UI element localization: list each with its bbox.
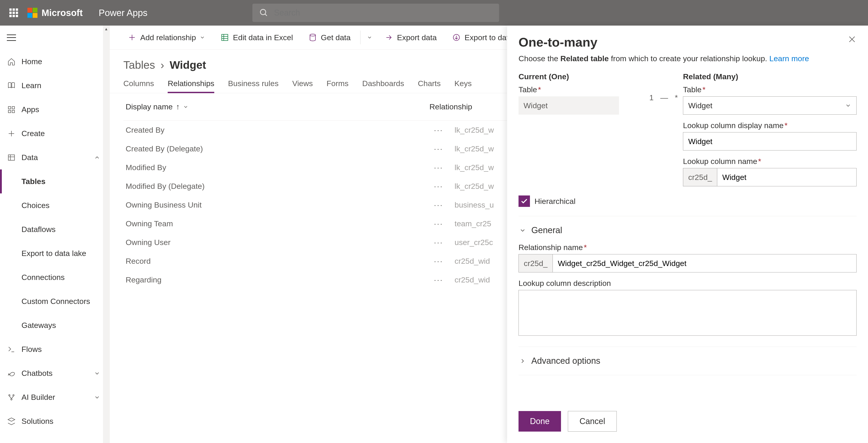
lookup-display-input[interactable]	[683, 132, 857, 151]
global-search[interactable]	[252, 4, 499, 22]
nav-label: Choices	[22, 201, 50, 210]
tab-dashboards[interactable]: Dashboards	[362, 79, 404, 93]
separator	[360, 31, 361, 44]
breadcrumb-parent[interactable]: Tables	[123, 59, 155, 71]
nav-label: Flows	[22, 345, 42, 354]
svg-rect-3	[12, 106, 14, 109]
row-context-menu[interactable]: ···	[429, 238, 448, 247]
nav-create[interactable]: Create	[0, 122, 110, 146]
scroll-up-icon[interactable]: ▴	[103, 26, 110, 32]
nav-label: Connections	[22, 273, 65, 282]
row-context-menu[interactable]: ···	[429, 126, 448, 134]
cmd-add-relationship[interactable]: Add relationship	[121, 26, 212, 50]
nav-connections[interactable]: Connections	[0, 265, 110, 289]
tab-charts[interactable]: Charts	[418, 79, 441, 93]
nav-collapse-button[interactable]	[0, 26, 110, 50]
chevron-down-icon	[199, 35, 205, 40]
chevron-right-icon	[519, 357, 527, 365]
svg-point-13	[11, 399, 12, 400]
svg-point-0	[260, 9, 266, 14]
col-display-name[interactable]: Display name ↑	[123, 102, 429, 111]
svg-rect-5	[12, 110, 14, 113]
svg-marker-16	[8, 418, 15, 421]
row-context-menu[interactable]: ···	[429, 275, 448, 284]
tab-relationships[interactable]: Relationships	[168, 79, 214, 93]
nav-tables[interactable]: Tables	[0, 169, 110, 193]
flow-icon	[7, 345, 16, 354]
nav-flows[interactable]: Flows	[0, 337, 110, 361]
lookup-name-prefix: cr25d_	[683, 168, 717, 186]
row-display: Record	[126, 257, 151, 265]
app-launcher-button[interactable]	[0, 0, 27, 26]
panel-title: One-to-many	[519, 35, 597, 50]
tab-columns[interactable]: Columns	[123, 79, 154, 93]
row-context-menu[interactable]: ···	[429, 182, 448, 191]
nav-label: Chatbots	[22, 369, 53, 378]
main-content: Add relationship Edit data in Excel Get …	[110, 26, 868, 443]
lookup-name-input[interactable]	[717, 168, 857, 186]
panel-close-button[interactable]	[847, 35, 857, 44]
nav-export-lake[interactable]: Export to data lake	[0, 241, 110, 265]
plus-icon	[7, 129, 16, 138]
done-button[interactable]: Done	[519, 411, 561, 432]
nav-apps[interactable]: Apps	[0, 97, 110, 122]
related-table-select[interactable]: Widget	[683, 96, 857, 115]
breadcrumb-current: Widget	[170, 59, 206, 71]
checkmark-icon	[520, 197, 528, 205]
sort-asc-icon: ↑	[176, 102, 180, 111]
nav-chatbots[interactable]: Chatbots	[0, 361, 110, 385]
tab-keys[interactable]: Keys	[454, 79, 472, 93]
advanced-section-toggle[interactable]: Advanced options	[519, 356, 857, 366]
row-context-menu[interactable]: ···	[429, 200, 448, 210]
search-input[interactable]	[274, 8, 492, 18]
cancel-button[interactable]: Cancel	[568, 411, 617, 432]
row-context-menu[interactable]: ···	[429, 163, 448, 172]
cmd-edit-excel[interactable]: Edit data in Excel	[214, 26, 300, 50]
svg-line-15	[11, 396, 13, 399]
plus-icon	[127, 33, 136, 42]
chevron-down-icon	[367, 35, 372, 40]
general-section-toggle[interactable]: General	[519, 225, 857, 235]
cmd-export-data[interactable]: Export data	[378, 26, 443, 50]
row-context-menu[interactable]: ···	[429, 219, 448, 228]
divider	[519, 375, 857, 375]
nav-dataflows[interactable]: Dataflows	[0, 217, 110, 241]
nav-data[interactable]: Data	[0, 146, 110, 169]
divider	[519, 216, 857, 216]
cmd-get-data-dropdown[interactable]	[364, 26, 375, 50]
nav-scrollbar[interactable]: ▴	[103, 26, 110, 443]
current-table-field: Widget	[519, 96, 619, 115]
lookup-name-label: Lookup column name*	[683, 157, 857, 166]
nav-home[interactable]: Home	[0, 50, 110, 73]
database-icon	[308, 33, 317, 42]
nav-learn[interactable]: Learn	[0, 73, 110, 97]
lookup-desc-input[interactable]	[519, 290, 857, 336]
row-context-menu[interactable]: ···	[429, 144, 448, 153]
nav-gateways[interactable]: Gateways	[0, 313, 110, 337]
tab-views[interactable]: Views	[292, 79, 313, 93]
nav-custom-connectors[interactable]: Custom Connectors	[0, 289, 110, 313]
row-context-menu[interactable]: ···	[429, 257, 448, 265]
nav-label: Apps	[22, 105, 39, 114]
relationship-name-label: Relationship name*	[519, 243, 857, 252]
related-header: Related (Many)	[683, 72, 857, 81]
svg-point-11	[9, 394, 10, 396]
cmd-label: Get data	[321, 33, 351, 42]
relationship-name-input[interactable]	[553, 254, 857, 273]
nav-choices[interactable]: Choices	[0, 193, 110, 217]
nav-label: Custom Connectors	[22, 297, 90, 306]
nav-label: Data	[22, 153, 38, 162]
hierarchical-checkbox[interactable]	[519, 195, 530, 207]
tab-forms[interactable]: Forms	[327, 79, 348, 93]
nav-solutions[interactable]: Solutions	[0, 409, 110, 433]
cmd-get-data[interactable]: Get data	[302, 26, 357, 50]
nav-label: Home	[22, 57, 42, 66]
search-icon	[259, 8, 269, 18]
learn-more-link[interactable]: Learn more	[769, 54, 809, 63]
svg-rect-19	[222, 34, 228, 41]
nav-ai-builder[interactable]: AI Builder	[0, 385, 110, 409]
tab-business-rules[interactable]: Business rules	[228, 79, 278, 93]
svg-line-1	[265, 14, 267, 16]
export-icon	[384, 33, 393, 42]
chevron-up-icon	[94, 154, 100, 161]
